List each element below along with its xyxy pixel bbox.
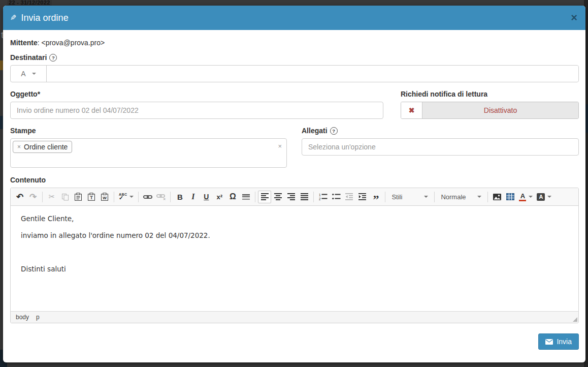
spellcheck-button[interactable]: ABC✓ — [117, 191, 136, 203]
cut-button: ✂ — [45, 191, 58, 203]
send-button-label: Invia — [557, 338, 572, 346]
superscript-button[interactable]: x² — [213, 191, 226, 203]
image-icon — [493, 194, 501, 200]
content-label: Contenuto — [10, 176, 579, 184]
editor-content[interactable]: Gentile Cliente,inviamo in allegato l'or… — [11, 206, 578, 311]
superscript-icon: x² — [217, 193, 223, 201]
outdent-icon — [345, 193, 353, 200]
modal-footer: Invia — [10, 333, 579, 350]
bullet-list-button[interactable] — [330, 191, 343, 203]
selected-print-tag[interactable]: ×Ordine cliente — [13, 141, 72, 153]
clear-selection-icon[interactable]: × — [278, 142, 282, 150]
cross-icon[interactable]: ✖ — [401, 102, 422, 118]
image-button[interactable] — [491, 191, 504, 203]
indent-button[interactable] — [356, 191, 369, 203]
horizontal-rule-button[interactable] — [239, 191, 252, 203]
undo-icon: ↶ — [16, 192, 23, 202]
svg-text:1: 1 — [319, 193, 321, 197]
align-justify-icon — [301, 193, 308, 200]
recipients-label: Destinatari ? — [10, 53, 579, 62]
redo-icon: ↷ — [29, 192, 37, 202]
blockquote-button[interactable]: ” — [369, 191, 382, 203]
horizontal-rule-icon — [242, 194, 250, 200]
rich-text-editor: ↶↷✂TWABC✓✕BIUx²Ω12”StiliNormaleAA Gentil… — [10, 188, 579, 323]
subject-label: Oggetto* — [10, 90, 383, 98]
redo-button: ↷ — [26, 191, 40, 203]
svg-text:✕: ✕ — [163, 197, 166, 200]
blockquote-icon: ” — [373, 193, 379, 201]
paste-text-icon: T — [87, 193, 95, 201]
recipient-type-value: A — [21, 70, 25, 78]
paste-text-button[interactable]: T — [85, 191, 98, 203]
toolbar-separator — [434, 192, 435, 202]
toolbar-separator — [138, 192, 139, 202]
italic-icon: I — [191, 192, 194, 201]
recipient-type-select[interactable]: A — [11, 66, 47, 82]
modal-title: ✎ Invia ordine — [10, 13, 69, 23]
paste-word-button[interactable]: W — [98, 191, 111, 203]
align-right-icon — [287, 193, 295, 200]
paste-word-icon: W — [101, 193, 109, 201]
element-path-p[interactable]: p — [36, 314, 40, 321]
link-button[interactable] — [141, 191, 154, 203]
send-button[interactable]: Invia — [538, 333, 579, 350]
undo-button[interactable]: ↶ — [13, 191, 26, 203]
prints-multiselect[interactable]: ×Ordine cliente × — [10, 138, 287, 168]
chevron-down-icon — [529, 196, 533, 198]
styles-dropdown[interactable]: Stili — [388, 191, 432, 203]
toolbar-separator — [42, 192, 43, 202]
close-icon[interactable]: × — [571, 12, 577, 23]
align-left-button[interactable] — [258, 191, 271, 203]
bg-color-button[interactable]: A — [535, 191, 553, 203]
prints-label: Stampe — [10, 127, 287, 135]
help-icon[interactable]: ? — [330, 127, 338, 135]
cut-icon: ✂ — [49, 192, 55, 201]
table-button[interactable] — [504, 191, 517, 203]
chevron-down-icon — [129, 196, 134, 198]
toolbar-separator — [487, 192, 488, 202]
svg-text:W: W — [103, 196, 107, 200]
align-right-button[interactable] — [284, 191, 298, 203]
copy-icon — [61, 193, 69, 201]
special-char-button[interactable]: Ω — [226, 191, 239, 203]
copy-button — [58, 191, 72, 203]
svg-text:2: 2 — [319, 197, 321, 201]
attachments-select[interactable]: Seleziona un'opzione — [302, 138, 579, 156]
bold-button[interactable]: B — [173, 191, 186, 203]
send-order-modal: ✎ Invia ordine × Mittente: <prova@prova.… — [3, 6, 585, 362]
text-color-button[interactable]: A — [517, 191, 535, 203]
numbered-list-button[interactable]: 12 — [316, 191, 330, 203]
underline-button[interactable]: U — [200, 191, 213, 203]
link-icon — [143, 194, 152, 200]
remove-tag-icon[interactable]: × — [17, 143, 21, 150]
svg-text:T: T — [90, 195, 93, 200]
text-color-icon: A — [519, 193, 526, 201]
format-dropdown-label: Normale — [441, 193, 466, 201]
subject-input[interactable] — [10, 102, 383, 119]
italic-button[interactable]: I — [186, 191, 200, 203]
editor-toolbar: ↶↷✂TWABC✓✕BIUx²Ω12”StiliNormaleAA — [11, 188, 578, 206]
editor-paragraph: inviamo in allegato l'ordine numero 02 d… — [21, 230, 568, 241]
spellcheck-icon: ABC✓ — [119, 193, 127, 201]
chevron-down-icon — [547, 196, 551, 198]
format-dropdown[interactable]: Normale — [437, 191, 485, 203]
align-center-button[interactable] — [271, 191, 284, 203]
table-icon — [506, 193, 514, 200]
align-center-icon — [274, 193, 282, 200]
tag-label: Ordine cliente — [24, 143, 68, 151]
align-justify-button[interactable] — [298, 191, 311, 203]
special-char-icon: Ω — [230, 192, 236, 201]
read-receipt-state[interactable]: Disattivato — [422, 102, 578, 118]
element-path-body[interactable]: body — [16, 314, 29, 321]
bold-icon: B — [177, 193, 183, 201]
unlink-icon: ✕ — [156, 194, 166, 200]
indent-icon — [358, 193, 367, 200]
envelope-icon — [545, 339, 553, 345]
paste-button[interactable] — [72, 191, 85, 203]
resize-handle-icon[interactable] — [573, 317, 577, 322]
chevron-down-icon — [32, 73, 36, 75]
editor-statusbar: body p — [11, 311, 578, 323]
help-icon[interactable]: ? — [49, 54, 57, 62]
read-receipt-toggle[interactable]: ✖ Disattivato — [401, 102, 579, 119]
recipients-input[interactable] — [47, 66, 578, 82]
